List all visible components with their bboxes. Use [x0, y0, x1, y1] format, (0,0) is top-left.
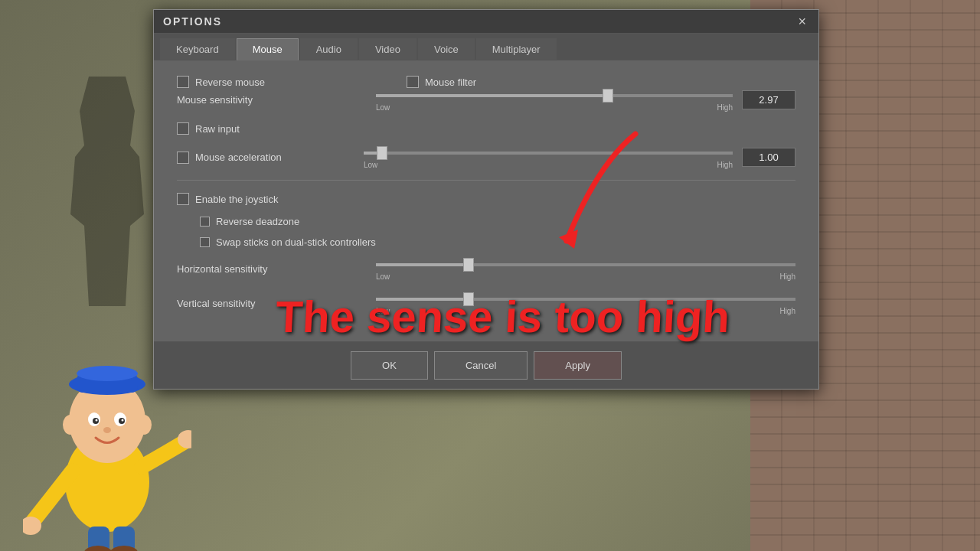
apply-button[interactable]: Apply — [534, 351, 622, 380]
mouse-acceleration-value[interactable] — [742, 148, 795, 167]
vertical-sensitivity-fill — [376, 298, 469, 301]
options-dialog: OPTIONS × Keyboard Mouse Audio Video Voi… — [153, 9, 819, 390]
svg-point-16 — [136, 415, 152, 435]
svg-point-7 — [77, 366, 138, 381]
mouse-acceleration-track[interactable] — [364, 152, 733, 155]
horizontal-sensitivity-row: Horizontal sensitivity Low High — [177, 257, 795, 281]
mouse-sensitivity-row: Mouse sensitivity Low High — [177, 88, 795, 112]
enable-joystick-group: Enable the joystick — [177, 193, 376, 205]
tabs-container: Keyboard Mouse Audio Video Voice Multipl… — [154, 34, 818, 60]
swap-sticks-label: Swap sticks on dual-stick controllers — [216, 236, 376, 248]
tab-multiplayer[interactable]: Multiplayer — [476, 38, 557, 60]
sensitivity-high-label: High — [717, 103, 733, 112]
mouse-acceleration-row: Mouse acceleration Low High — [177, 145, 795, 169]
vert-high-label: High — [779, 307, 795, 315]
caillou-character — [23, 306, 191, 551]
tab-voice[interactable]: Voice — [418, 38, 475, 60]
sensitivity-low-label: Low — [376, 103, 390, 112]
accel-high-label: High — [717, 161, 733, 169]
dialog-titlebar: OPTIONS × — [154, 10, 818, 34]
horiz-high-label: High — [779, 272, 795, 281]
reverse-mouse-label: Reverse mouse — [195, 77, 265, 88]
tab-mouse[interactable]: Mouse — [237, 38, 299, 60]
svg-point-13 — [122, 419, 124, 422]
svg-point-12 — [96, 419, 98, 422]
svg-point-15 — [63, 415, 78, 435]
tab-keyboard[interactable]: Keyboard — [160, 38, 235, 60]
swap-sticks-checkbox[interactable] — [200, 237, 210, 247]
cancel-button[interactable]: Cancel — [434, 351, 528, 380]
dialog-title: OPTIONS — [163, 15, 222, 28]
horizontal-sensitivity-slider-container: Low High — [376, 257, 795, 281]
reverse-mouse-group: Reverse mouse — [177, 76, 376, 88]
reverse-deadzone-label: Reverse deadzone — [216, 216, 299, 227]
enable-joystick-label: Enable the joystick — [195, 194, 278, 205]
mouse-sensitivity-thumb[interactable] — [603, 89, 613, 103]
horizontal-sensitivity-track[interactable] — [376, 263, 795, 266]
mouse-acceleration-slider-container: Low High — [364, 145, 733, 169]
joystick-section: Enable the joystick Reverse deadzone Swa… — [177, 193, 795, 315]
row-checkboxes-top: Reverse mouse Mouse filter — [177, 76, 795, 88]
mouse-accel-checkbox[interactable] — [177, 152, 189, 164]
mouse-acceleration-range-labels: Low High — [364, 161, 733, 169]
vertical-sensitivity-range-labels: Low High — [376, 307, 795, 315]
dialog-content: Reverse mouse Mouse filter Mouse sensiti… — [154, 60, 818, 341]
vert-low-label: Low — [376, 307, 390, 315]
mouse-filter-checkbox[interactable] — [407, 76, 419, 88]
horizontal-sensitivity-thumb[interactable] — [463, 258, 474, 272]
close-button[interactable]: × — [795, 15, 809, 28]
player-silhouette — [61, 77, 153, 306]
mouse-filter-label: Mouse filter — [425, 77, 476, 88]
reverse-deadzone-row: Reverse deadzone — [200, 216, 795, 227]
tab-video[interactable]: Video — [359, 38, 416, 60]
mouse-sensitivity-fill — [376, 94, 608, 97]
reverse-mouse-checkbox[interactable] — [177, 76, 189, 88]
svg-point-14 — [103, 427, 111, 433]
raw-input-group: Raw input — [177, 122, 376, 135]
tab-audio[interactable]: Audio — [300, 38, 358, 60]
vertical-sensitivity-row: Vertical sensitivity Low High — [177, 292, 795, 315]
mouse-sensitivity-label: Mouse sensitivity — [177, 94, 376, 106]
horizontal-sensitivity-range-labels: Low High — [376, 272, 795, 281]
section-divider — [177, 180, 795, 181]
vertical-sensitivity-label: Vertical sensitivity — [177, 298, 376, 309]
reverse-deadzone-checkbox[interactable] — [200, 217, 210, 227]
horizontal-sensitivity-label: Horizontal sensitivity — [177, 263, 376, 275]
enable-joystick-checkbox[interactable] — [177, 193, 189, 205]
mouse-filter-group: Mouse filter — [407, 76, 606, 88]
raw-input-row: Raw input — [177, 122, 795, 135]
mouse-sensitivity-value[interactable] — [742, 90, 795, 109]
ok-button[interactable]: OK — [351, 351, 428, 380]
raw-input-label: Raw input — [195, 123, 240, 135]
vertical-sensitivity-track[interactable] — [376, 298, 795, 301]
vertical-sensitivity-slider-container: Low High — [376, 292, 795, 315]
mouse-sensitivity-track[interactable] — [376, 94, 733, 97]
mouse-acceleration-thumb[interactable] — [377, 146, 387, 160]
mouse-sensitivity-range-labels: Low High — [376, 103, 733, 112]
swap-sticks-row: Swap sticks on dual-stick controllers — [200, 236, 795, 248]
horizontal-sensitivity-fill — [376, 263, 469, 266]
horiz-low-label: Low — [376, 272, 390, 281]
mouse-acceleration-label: Mouse acceleration — [195, 152, 364, 163]
mouse-sensitivity-slider-container: Low High — [376, 88, 733, 112]
accel-low-label: Low — [364, 161, 377, 169]
enable-joystick-row: Enable the joystick — [177, 193, 795, 205]
swap-sticks-group: Swap sticks on dual-stick controllers — [200, 236, 399, 248]
dialog-footer: OK Cancel Apply — [154, 341, 818, 389]
raw-input-checkbox[interactable] — [177, 122, 189, 135]
vertical-sensitivity-thumb[interactable] — [463, 292, 474, 306]
reverse-deadzone-group: Reverse deadzone — [200, 216, 399, 227]
